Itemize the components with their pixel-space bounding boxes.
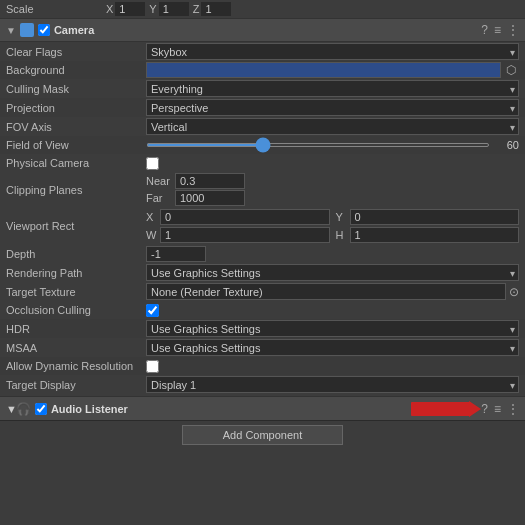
camera-controls: ? ≡ ⋮ <box>481 23 519 37</box>
projection-label: Projection <box>6 102 146 114</box>
field-of-view-row: Field of View 60 <box>0 136 525 154</box>
clipping-planes-label: Clipping Planes <box>6 184 146 196</box>
vp-y-item: Y <box>336 209 520 225</box>
projection-select[interactable]: Perspective Orthographic <box>146 99 519 116</box>
camera-section-header[interactable]: ▼ Camera ? ≡ ⋮ <box>0 18 525 42</box>
field-of-view-value: 60 <box>146 139 519 151</box>
fov-axis-dropdown-wrap[interactable]: Vertical Horizontal <box>146 118 519 135</box>
culling-mask-dropdown-wrap[interactable]: Everything Nothing Default <box>146 80 519 97</box>
background-label: Background <box>6 64 146 76</box>
rendering-path-select[interactable]: Use Graphics Settings Forward Deferred <box>146 264 519 281</box>
physical-camera-value <box>146 157 519 170</box>
camera-icon <box>20 23 34 37</box>
camera-settings-icon[interactable]: ≡ <box>494 23 501 37</box>
projection-value: Perspective Orthographic <box>146 99 519 116</box>
audio-arrow: ▼ <box>6 403 17 415</box>
target-texture-field[interactable]: None (Render Texture) <box>146 283 506 300</box>
target-texture-value: None (Render Texture) ⊙ <box>146 283 519 300</box>
audio-settings-icon[interactable]: ≡ <box>494 402 501 416</box>
physical-camera-checkbox-wrap <box>146 157 159 170</box>
target-texture-pick-icon[interactable]: ⊙ <box>509 285 519 299</box>
hdr-dropdown-wrap[interactable]: Use Graphics Settings Off On <box>146 320 519 337</box>
audio-overflow-icon[interactable]: ⋮ <box>507 402 519 416</box>
clear-flags-select[interactable]: Skybox Solid Color Depth only Don't Clea… <box>146 43 519 60</box>
fov-slider-wrap: 60 <box>146 139 519 151</box>
hdr-value: Use Graphics Settings Off On <box>146 320 519 337</box>
culling-mask-select[interactable]: Everything Nothing Default <box>146 80 519 97</box>
target-display-row: Target Display Display 1 Display 2 Displ… <box>0 375 525 394</box>
projection-row: Projection Perspective Orthographic <box>0 98 525 117</box>
fov-axis-select[interactable]: Vertical Horizontal <box>146 118 519 135</box>
scale-y-value[interactable]: 1 <box>159 2 189 16</box>
rendering-path-dropdown-wrap[interactable]: Use Graphics Settings Forward Deferred <box>146 264 519 281</box>
projection-dropdown-wrap[interactable]: Perspective Orthographic <box>146 99 519 116</box>
vp-y-input[interactable] <box>350 209 520 225</box>
scale-x-item: X 1 <box>106 2 145 16</box>
target-texture-row: Target Texture None (Render Texture) ⊙ <box>0 282 525 301</box>
depth-row: Depth <box>0 245 525 263</box>
audio-enabled-checkbox[interactable] <box>35 403 47 415</box>
scale-z-item: Z 1 <box>193 2 232 16</box>
viewport-rect-label: Viewport Rect <box>6 220 146 232</box>
culling-mask-value: Everything Nothing Default <box>146 80 519 97</box>
scale-y-label: Y <box>149 3 156 15</box>
occlusion-culling-label: Occlusion Culling <box>6 304 146 316</box>
occlusion-culling-row: Occlusion Culling <box>0 301 525 319</box>
hdr-select[interactable]: Use Graphics Settings Off On <box>146 320 519 337</box>
target-display-label: Target Display <box>6 379 146 391</box>
target-display-value: Display 1 Display 2 Display 3 <box>146 376 519 393</box>
near-input[interactable] <box>175 173 245 189</box>
far-row: Far <box>146 190 519 206</box>
depth-input[interactable] <box>146 246 206 262</box>
fov-slider[interactable] <box>146 143 490 147</box>
target-display-dropdown-wrap[interactable]: Display 1 Display 2 Display 3 <box>146 376 519 393</box>
allow-dynamic-checkbox[interactable] <box>146 360 159 373</box>
vp-x-input[interactable] <box>160 209 330 225</box>
occlusion-culling-checkbox[interactable] <box>146 304 159 317</box>
camera-enabled-checkbox[interactable] <box>38 24 50 36</box>
audio-title: Audio Listener <box>51 403 403 415</box>
scale-x-value[interactable]: 1 <box>115 2 145 16</box>
vp-w-input[interactable] <box>160 227 330 243</box>
vp-h-label: H <box>336 229 348 241</box>
clear-flags-label: Clear Flags <box>6 46 146 58</box>
physical-camera-checkbox[interactable] <box>146 157 159 170</box>
background-color-box[interactable] <box>146 62 501 78</box>
far-input[interactable] <box>175 190 245 206</box>
vp-y-label: Y <box>336 211 348 223</box>
camera-overflow-icon[interactable]: ⋮ <box>507 23 519 37</box>
target-display-select[interactable]: Display 1 Display 2 Display 3 <box>146 376 519 393</box>
vp-inner: Viewport Rect X Y W H <box>6 209 519 243</box>
near-label: Near <box>146 175 171 187</box>
clipping-inner: Clipping Planes Near Far <box>6 173 519 206</box>
msaa-dropdown-wrap[interactable]: Use Graphics Settings Disabled 2x Multi … <box>146 339 519 356</box>
scale-z-value[interactable]: 1 <box>201 2 231 16</box>
background-value: ⬡ <box>146 62 519 78</box>
culling-mask-label: Culling Mask <box>6 83 146 95</box>
clear-flags-dropdown-wrap[interactable]: Skybox Solid Color Depth only Don't Clea… <box>146 43 519 60</box>
clear-flags-row: Clear Flags Skybox Solid Color Depth onl… <box>0 42 525 61</box>
physical-camera-label: Physical Camera <box>6 157 146 169</box>
vp-row-1: X Y <box>146 209 519 225</box>
allow-dynamic-value <box>146 360 519 373</box>
vp-h-input[interactable] <box>350 227 520 243</box>
culling-mask-row: Culling Mask Everything Nothing Default <box>0 79 525 98</box>
audio-help-icon[interactable]: ? <box>481 402 488 416</box>
viewport-rect-row: Viewport Rect X Y W H <box>0 207 525 245</box>
clipping-planes-row: Clipping Planes Near Far <box>0 172 525 207</box>
allow-dynamic-row: Allow Dynamic Resolution <box>0 357 525 375</box>
vp-row-2: W H <box>146 227 519 243</box>
vp-w-item: W <box>146 227 330 243</box>
rendering-path-value: Use Graphics Settings Forward Deferred <box>146 264 519 281</box>
vp-w-label: W <box>146 229 158 241</box>
msaa-select[interactable]: Use Graphics Settings Disabled 2x Multi … <box>146 339 519 356</box>
clear-flags-value: Skybox Solid Color Depth only Don't Clea… <box>146 43 519 60</box>
scale-y-item: Y 1 <box>149 2 188 16</box>
add-component-button[interactable]: Add Component <box>182 425 344 445</box>
occlusion-culling-checkbox-wrap <box>146 304 159 317</box>
scale-z-label: Z <box>193 3 200 15</box>
vp-h-item: H <box>336 227 520 243</box>
color-pick-icon[interactable]: ⬡ <box>503 62 519 78</box>
audio-section-header[interactable]: ▼ 🎧 Audio Listener ? ≡ ⋮ <box>0 396 525 420</box>
camera-help-icon[interactable]: ? <box>481 23 488 37</box>
